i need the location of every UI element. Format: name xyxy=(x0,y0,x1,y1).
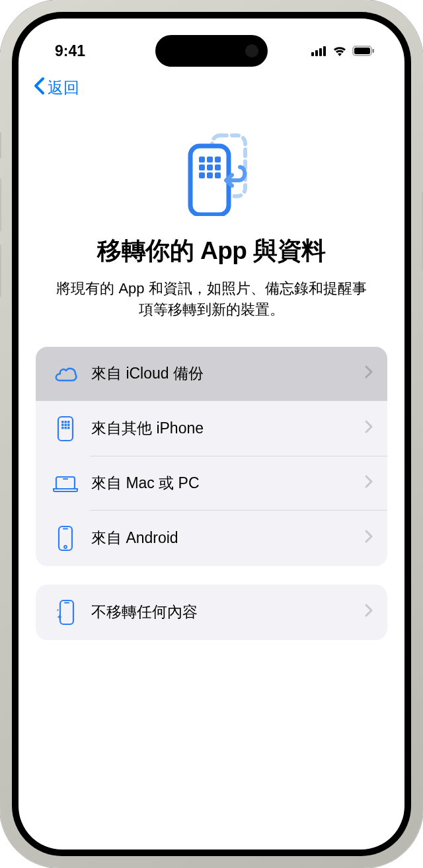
header-section: 移轉你的 App 與資料 將現有的 App 和資訊，如照片、備忘錄和提醒事項等移… xyxy=(19,110,404,347)
svg-rect-13 xyxy=(207,164,213,170)
svg-rect-1 xyxy=(315,50,318,56)
cloud-icon xyxy=(50,365,81,383)
svg-rect-17 xyxy=(215,172,221,178)
nav-bar: 返回 xyxy=(19,65,404,110)
chevron-right-icon xyxy=(365,420,373,437)
svg-rect-27 xyxy=(67,427,70,429)
svg-rect-0 xyxy=(311,52,314,56)
svg-rect-21 xyxy=(67,421,70,423)
phone-icon xyxy=(50,525,81,552)
svg-rect-15 xyxy=(199,172,205,178)
battery-icon xyxy=(352,46,375,56)
back-button[interactable]: 返回 xyxy=(33,77,79,98)
svg-rect-2 xyxy=(319,48,322,56)
svg-rect-9 xyxy=(199,157,205,163)
svg-rect-8 xyxy=(190,146,229,215)
phone-sparkle-icon xyxy=(50,599,81,626)
device-frame: 9:41 返回 xyxy=(0,0,423,868)
laptop-icon xyxy=(50,474,81,493)
chevron-right-icon xyxy=(365,604,373,621)
svg-rect-24 xyxy=(67,423,70,426)
svg-rect-5 xyxy=(354,48,370,54)
option-from-icloud[interactable]: 來自 iCloud 備份 xyxy=(36,347,387,401)
chevron-right-icon xyxy=(365,365,373,382)
svg-rect-23 xyxy=(65,423,67,426)
option-label: 來自 Android xyxy=(91,528,365,548)
svg-rect-12 xyxy=(199,164,205,170)
option-from-android[interactable]: 來自 Android xyxy=(36,511,387,566)
svg-rect-33 xyxy=(60,600,73,624)
svg-rect-11 xyxy=(215,157,221,163)
chevron-left-icon xyxy=(33,77,45,98)
svg-rect-10 xyxy=(207,157,213,163)
dynamic-island xyxy=(155,35,268,67)
option-label: 來自其他 iPhone xyxy=(91,418,365,439)
status-time: 9:41 xyxy=(55,42,85,60)
option-label: 來自 iCloud 備份 xyxy=(91,363,365,384)
svg-rect-3 xyxy=(323,46,326,56)
svg-rect-19 xyxy=(61,421,64,423)
option-label: 不移轉任何內容 xyxy=(91,602,365,622)
svg-rect-29 xyxy=(63,478,68,480)
svg-rect-22 xyxy=(61,423,64,426)
transfer-hero-icon xyxy=(169,130,254,216)
svg-rect-31 xyxy=(63,528,68,529)
svg-point-32 xyxy=(64,546,67,548)
options-container: 來自 iCloud 備份 來自其他 iPhone xyxy=(19,347,404,640)
iphone-apps-icon xyxy=(50,416,81,442)
svg-rect-26 xyxy=(65,427,67,429)
wifi-icon xyxy=(332,46,347,56)
volume-down-button xyxy=(0,244,1,297)
svg-rect-20 xyxy=(65,421,67,423)
svg-rect-34 xyxy=(64,602,69,603)
option-from-mac-pc[interactable]: 來自 Mac 或 PC xyxy=(36,456,387,511)
svg-rect-30 xyxy=(59,526,72,550)
chevron-right-icon xyxy=(365,530,373,547)
option-from-iphone[interactable]: 來自其他 iPhone xyxy=(36,401,387,456)
svg-rect-14 xyxy=(215,164,221,170)
side-button xyxy=(0,132,1,159)
cellular-signal-icon xyxy=(311,46,327,56)
primary-option-group: 來自 iCloud 備份 來自其他 iPhone xyxy=(36,347,387,566)
svg-rect-25 xyxy=(61,427,64,429)
secondary-option-group: 不移轉任何內容 xyxy=(36,585,387,640)
svg-rect-16 xyxy=(207,172,213,178)
option-label: 來自 Mac 或 PC xyxy=(91,473,365,493)
option-dont-transfer[interactable]: 不移轉任何內容 xyxy=(36,585,387,640)
svg-rect-6 xyxy=(373,49,375,53)
chevron-right-icon xyxy=(365,475,373,492)
page-title: 移轉你的 App 與資料 xyxy=(45,235,378,268)
page-subtitle: 將現有的 App 和資訊，如照片、備忘錄和提醒事項等移轉到新的裝置。 xyxy=(45,278,378,320)
volume-up-button xyxy=(0,178,1,231)
back-label: 返回 xyxy=(48,77,79,98)
